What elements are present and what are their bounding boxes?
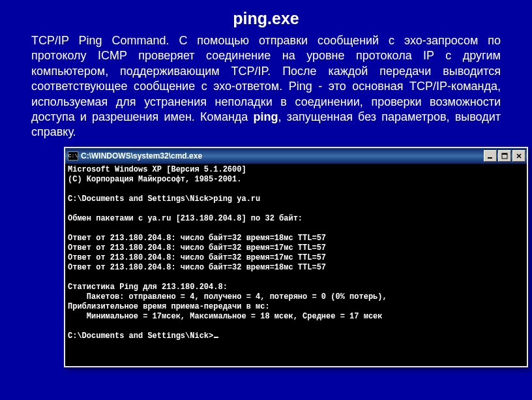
slide-description: TCP/IP Ping Command. С помощью отправки … [31, 33, 501, 140]
svg-rect-0 [488, 157, 492, 159]
cmd-window: C:\ C:\WINDOWS\system32\cmd.exe Microsof… [64, 147, 528, 367]
cmd-titlebar[interactable]: C:\ C:\WINDOWS\system32\cmd.exe [65, 148, 527, 164]
close-button[interactable] [512, 150, 525, 162]
svg-rect-2 [502, 153, 507, 155]
window-controls [484, 150, 525, 162]
minimize-icon [487, 153, 494, 159]
minimize-button[interactable] [484, 150, 497, 162]
cmd-icon: C:\ [68, 151, 78, 161]
maximize-button[interactable] [498, 150, 511, 162]
desc-bold: ping [254, 110, 278, 123]
cmd-output: Microsoft Windows XP [Версия 5.1.2600] (… [65, 164, 527, 366]
cursor [214, 337, 218, 338]
cmd-title-text: C:\WINDOWS\system32\cmd.exe [81, 151, 484, 161]
slide-title: ping.exe [31, 9, 501, 28]
maximize-icon [501, 153, 508, 159]
close-icon [516, 153, 522, 159]
